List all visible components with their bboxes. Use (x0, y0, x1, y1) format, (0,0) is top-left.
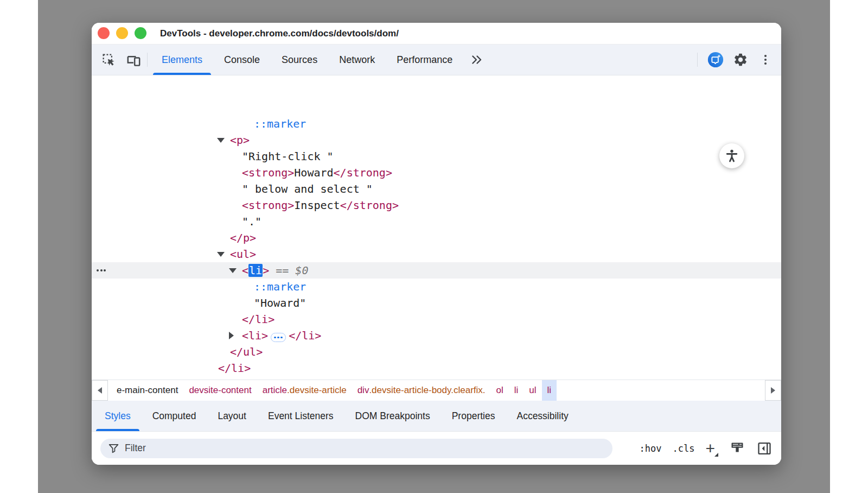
style-filter-field[interactable] (100, 439, 612, 458)
tree-token: </strong> (340, 199, 399, 212)
dom-tree-row[interactable]: "Howard" (92, 295, 781, 311)
dom-tree-panel: ::marker<p>"Right-click "<strong>Howard<… (92, 75, 781, 380)
node-options-ellipsis-icon[interactable] (97, 262, 106, 279)
tree-token: <strong> (242, 166, 294, 179)
device-toolbar-icon[interactable] (125, 52, 142, 68)
scroll-right-icon[interactable] (765, 380, 781, 401)
expander-triangle-icon[interactable] (229, 268, 237, 273)
expander-triangle-icon[interactable] (229, 332, 234, 339)
dom-tree-row[interactable]: <li> == $0 (92, 262, 781, 279)
hidden-content-ellipsis-icon[interactable] (271, 333, 286, 342)
tab-network[interactable]: Network (328, 45, 386, 75)
breadcrumb-item[interactable]: e-main-content (111, 380, 183, 401)
dom-tree-row[interactable]: </li> (92, 360, 781, 376)
selected-tag-name: li (248, 264, 263, 277)
sidebar-tab-dom-breakpoints[interactable]: DOM Breakpoints (344, 401, 441, 431)
dom-tree-row[interactable]: <p> (92, 132, 781, 148)
devtools-toolbar: ElementsConsoleSourcesNetworkPerformance (92, 45, 781, 75)
sidebar-tab-computed[interactable]: Computed (142, 401, 207, 431)
toggle-sidebar-icon[interactable] (756, 440, 773, 457)
breadcrumb-segment: ul (529, 385, 536, 396)
sidebar-tab-layout[interactable]: Layout (207, 401, 257, 431)
expander-triangle-icon[interactable] (217, 252, 225, 257)
breadcrumb-item[interactable]: ol (491, 380, 509, 401)
breadcrumb-item[interactable]: li (509, 380, 524, 401)
tab-elements[interactable]: Elements (151, 45, 213, 75)
window-titlebar: DevTools - developer.chrome.com/docs/dev… (92, 23, 781, 45)
settings-gear-icon[interactable] (732, 52, 749, 68)
tree-token: </li> (218, 362, 251, 375)
breadcrumb-segment: .devsite-article (287, 385, 347, 396)
tree-token: < (242, 264, 248, 277)
breadcrumb-segment: ol (496, 385, 503, 396)
dom-tree-row[interactable]: </p> (92, 230, 781, 246)
devtools-window: DevTools - developer.chrome.com/docs/dev… (92, 23, 781, 465)
tree-token: </li> (289, 329, 321, 342)
expander-triangle-icon[interactable] (217, 138, 225, 143)
tree-token: <p> (230, 134, 250, 147)
tree-token: </li> (242, 313, 275, 326)
toggle-element-state-hov[interactable]: :hov (640, 443, 662, 454)
breadcrumb-segment: e-main-content (117, 385, 178, 396)
sidebar-tab-accessibility[interactable]: Accessibility (506, 401, 579, 431)
tree-token: "Right-click " (242, 150, 334, 163)
dom-tree-row[interactable]: "." (92, 213, 781, 230)
tree-token: ::marker (254, 117, 306, 130)
tree-token: Inspect (294, 199, 340, 212)
breadcrumb-item[interactable]: div.devsite-article-body.clearfix. (352, 380, 491, 401)
dom-tree-row[interactable]: <ul> (92, 246, 781, 262)
dom-tree-row[interactable]: </li> (92, 311, 781, 327)
new-style-rule-plus-icon[interactable]: + (705, 441, 718, 456)
dom-tree-row[interactable]: ::marker (92, 116, 781, 132)
breadcrumb-segment: article (263, 385, 287, 396)
breadcrumb-item[interactable]: li (542, 380, 557, 401)
panel-tabstrip: ElementsConsoleSourcesNetworkPerformance (151, 45, 463, 75)
breadcrumb-segment: devsite-content (189, 385, 251, 396)
breadcrumb-list: e-main-contentdevsite-contentarticle.dev… (108, 380, 765, 401)
tab-sources[interactable]: Sources (271, 45, 328, 75)
breadcrumb-item[interactable]: devsite-content (183, 380, 257, 401)
tree-token: "Howard" (254, 296, 306, 309)
tree-token: <ul> (230, 248, 256, 261)
filter-funnel-icon (108, 443, 119, 454)
rendering-brush-icon[interactable] (729, 440, 745, 457)
tree-token: ::marker (254, 280, 306, 293)
sidebar-tab-properties[interactable]: Properties (441, 401, 506, 431)
breadcrumb-segment: li (514, 385, 519, 396)
breadcrumb-item[interactable]: article.devsite-article (257, 380, 352, 401)
dom-tree-row[interactable]: <strong>Howard</strong> (92, 165, 781, 181)
dom-tree-row[interactable]: "Right-click " (92, 148, 781, 165)
sidebar-tab-event-listeners[interactable]: Event Listeners (257, 401, 344, 431)
dom-tree-row[interactable]: " below and select " (92, 181, 781, 197)
styles-filter-bar: :hov .cls + (92, 431, 781, 465)
ai-assistance-icon[interactable] (707, 52, 724, 68)
dom-tree-row[interactable]: <li></li> (92, 327, 781, 344)
tree-token: Howard (294, 166, 333, 179)
dom-tree-row[interactable]: <strong>Inspect</strong> (92, 197, 781, 213)
breadcrumb: e-main-contentdevsite-contentarticle.dev… (92, 380, 781, 401)
minimize-window-button[interactable] (116, 27, 128, 39)
close-window-button[interactable] (98, 27, 110, 39)
tab-console[interactable]: Console (213, 45, 271, 75)
toggle-element-classes-cls[interactable]: .cls (673, 443, 695, 454)
tree-token: $0 (295, 264, 308, 277)
style-filter-input[interactable] (125, 443, 605, 454)
tab-performance[interactable]: Performance (386, 45, 463, 75)
toolbar-right-divider (697, 53, 698, 67)
window-title: DevTools - developer.chrome.com/docs/dev… (160, 23, 399, 45)
tree-token: <li> (242, 329, 268, 342)
dom-tree-row[interactable]: </ul> (92, 344, 781, 360)
toolbar-divider (147, 53, 148, 67)
dom-tree-row[interactable]: ::marker (92, 279, 781, 295)
scroll-left-icon[interactable] (92, 380, 108, 401)
tree-token: "." (242, 215, 261, 228)
tree-token: <strong> (242, 199, 294, 212)
sidebar-tab-styles[interactable]: Styles (94, 401, 142, 431)
chevron-double-right-icon[interactable] (463, 53, 490, 67)
breadcrumb-segment: div (358, 385, 369, 396)
breadcrumb-item[interactable]: ul (524, 380, 541, 401)
zoom-window-button[interactable] (135, 27, 146, 39)
tree-token: == (269, 264, 295, 277)
inspect-icon[interactable] (100, 52, 117, 68)
more-vert-icon[interactable] (757, 52, 774, 68)
